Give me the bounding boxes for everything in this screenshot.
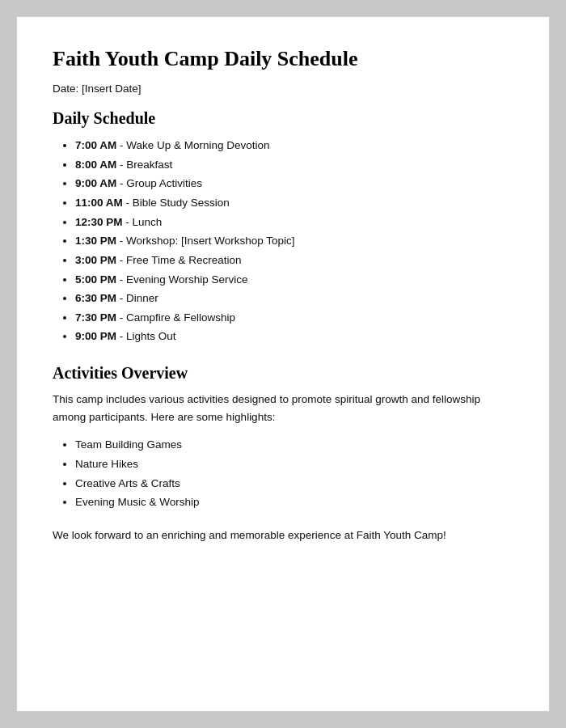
page-container: Faith Youth Camp Daily Schedule Date: [I… <box>16 16 550 712</box>
schedule-time: 1:30 PM <box>75 235 116 247</box>
schedule-time: 11:00 AM <box>75 197 123 209</box>
schedule-list-item: 1:30 PM - Workshop: [Insert Workshop Top… <box>75 231 513 251</box>
activity-list-item: Creative Arts & Crafts <box>75 474 513 493</box>
daily-schedule-title: Daily Schedule <box>53 109 513 128</box>
activity-list-item: Team Building Games <box>75 435 513 455</box>
activities-section: Activities Overview This camp includes v… <box>53 364 513 544</box>
schedule-time: 8:00 AM <box>75 159 116 171</box>
schedule-time: 7:00 AM <box>75 139 116 151</box>
activities-description: This camp includes various activities de… <box>53 391 513 425</box>
schedule-list-item: 9:00 PM - Lights Out <box>75 327 513 346</box>
activity-list-item: Nature Hikes <box>75 455 513 474</box>
schedule-time: 7:30 PM <box>75 311 116 324</box>
schedule-time: 12:30 PM <box>75 216 123 228</box>
activities-list: Team Building GamesNature HikesCreative … <box>53 435 513 512</box>
schedule-list-item: 3:00 PM - Free Time & Recreation <box>75 251 513 270</box>
schedule-time: 9:00 AM <box>75 177 116 189</box>
main-title: Faith Youth Camp Daily Schedule <box>53 46 513 71</box>
schedule-time: 6:30 PM <box>75 292 116 304</box>
schedule-list-item: 6:30 PM - Dinner <box>75 289 513 308</box>
schedule-list-item: 12:30 PM - Lunch <box>75 213 513 232</box>
activity-list-item: Evening Music & Worship <box>75 493 513 512</box>
schedule-list-item: 7:00 AM - Wake Up & Morning Devotion <box>75 136 513 155</box>
schedule-list: 7:00 AM - Wake Up & Morning Devotion8:00… <box>53 136 513 346</box>
schedule-list-item: 9:00 AM - Group Activities <box>75 174 513 193</box>
date-line: Date: [Insert Date] <box>53 83 513 95</box>
schedule-time: 5:00 PM <box>75 273 116 286</box>
activities-title: Activities Overview <box>53 364 513 383</box>
schedule-time: 3:00 PM <box>75 254 116 266</box>
schedule-time: 9:00 PM <box>75 330 116 342</box>
schedule-list-item: 11:00 AM - Bible Study Session <box>75 193 513 213</box>
schedule-list-item: 7:30 PM - Campfire & Fellowship <box>75 308 513 328</box>
schedule-list-item: 5:00 PM - Evening Worship Service <box>75 270 513 290</box>
closing-text: We look forward to an enriching and memo… <box>53 527 513 544</box>
schedule-list-item: 8:00 AM - Breakfast <box>75 155 513 175</box>
